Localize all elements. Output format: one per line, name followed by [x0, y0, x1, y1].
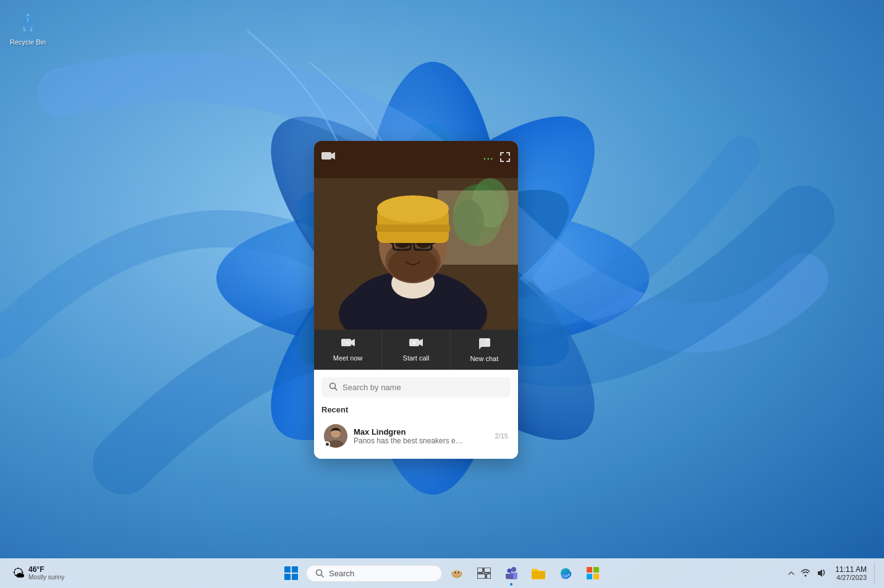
meet-now-button[interactable]: Meet now	[314, 330, 382, 370]
svg-rect-61	[587, 567, 592, 573]
recycle-bin-label: Recycle Bin	[10, 38, 46, 46]
svg-line-38	[335, 388, 338, 391]
taskbar-left: 🌤 46°F Mostly sunny	[7, 563, 69, 583]
svg-rect-62	[593, 567, 599, 573]
search-box[interactable]	[321, 377, 511, 398]
new-chat-icon	[478, 337, 490, 352]
video-camera-icon	[321, 151, 335, 165]
taskbar-search-label: Search	[329, 569, 354, 578]
contact-avatar-wrapper	[324, 424, 347, 448]
svg-rect-63	[587, 574, 592, 579]
teams-search-area: Recent Max Lindgren	[314, 370, 518, 459]
video-more-icon[interactable]: ···	[483, 151, 493, 165]
search-icon	[329, 382, 338, 393]
svg-point-53	[459, 572, 462, 575]
svg-rect-42	[292, 566, 298, 573]
weather-description: Mostly sunny	[28, 574, 64, 581]
video-overlay-controls: ···	[314, 146, 518, 170]
contact-item[interactable]: Max Lindgren Panos has the best sneakers…	[321, 420, 511, 451]
svg-point-58	[511, 567, 516, 572]
teams-popup: ··· Meet now	[314, 141, 518, 459]
svg-rect-44	[292, 574, 298, 580]
contact-name: Max Lindgren	[354, 427, 489, 437]
start-call-button[interactable]: Start call	[382, 330, 450, 370]
volume-icon[interactable]	[815, 567, 828, 580]
svg-point-59	[508, 569, 512, 573]
svg-rect-64	[593, 574, 599, 579]
taskbar: 🌤 46°F Mostly sunny Search	[0, 558, 884, 588]
show-desktop-button[interactable]	[874, 562, 877, 584]
svg-point-36	[412, 341, 415, 344]
svg-rect-55	[484, 568, 491, 573]
recycle-bin[interactable]: ♻ Recycle Bin	[7, 7, 48, 48]
contact-message: Panos has the best sneakers ever!	[354, 437, 465, 445]
video-expand-icon[interactable]	[499, 151, 511, 165]
recycle-bin-icon: ♻	[15, 10, 41, 36]
teams-active-dot	[510, 583, 512, 586]
taskbar-search-icon	[315, 569, 324, 577]
svg-point-34	[377, 195, 449, 223]
start-call-icon	[409, 338, 423, 352]
meet-now-label: Meet now	[333, 354, 363, 362]
tray-overflow-icon[interactable]	[787, 567, 796, 579]
svg-point-52	[451, 572, 455, 575]
svg-line-46	[321, 575, 324, 577]
store-button[interactable]	[580, 561, 605, 586]
weather-widget[interactable]: 🌤 46°F Mostly sunny	[7, 563, 69, 583]
meet-now-icon	[341, 338, 355, 352]
taskbar-search-bar[interactable]: Search	[306, 565, 442, 582]
svg-rect-41	[284, 566, 291, 573]
svg-point-51	[455, 573, 459, 576]
new-chat-button[interactable]: New chat	[451, 330, 518, 370]
teams-video-area: ···	[314, 141, 518, 330]
edge-button[interactable]	[553, 561, 578, 586]
system-tray	[787, 567, 828, 580]
new-chat-label: New chat	[470, 355, 498, 362]
start-call-label: Start call	[403, 354, 430, 362]
svg-rect-57	[487, 574, 491, 579]
svg-rect-60	[532, 571, 545, 579]
clock-area[interactable]: 11:11 AM 4/27/2023	[833, 564, 869, 582]
video-right-controls: ···	[483, 151, 511, 165]
teams-taskbar-button[interactable]	[499, 561, 524, 586]
taskbar-center: Search	[279, 561, 605, 586]
widgets-button[interactable]	[444, 561, 469, 586]
task-view-button[interactable]	[472, 561, 496, 586]
svg-rect-33	[376, 224, 450, 232]
weather-temperature: 46°F	[28, 566, 64, 574]
teams-action-bar: Meet now Start call New chat	[314, 330, 518, 370]
recent-label: Recent	[321, 405, 511, 414]
clock-date: 4/27/2023	[836, 574, 867, 581]
taskbar-right: 11:11 AM 4/27/2023	[787, 562, 877, 584]
svg-rect-54	[477, 568, 483, 573]
wifi-icon[interactable]	[799, 567, 812, 580]
weather-icon: 🌤	[12, 566, 25, 581]
teams-taskbar-icon-wrapper	[499, 561, 524, 586]
file-explorer-button[interactable]	[526, 561, 551, 586]
contact-info: Max Lindgren Panos has the best sneakers…	[354, 427, 489, 445]
weather-text: 46°F Mostly sunny	[28, 566, 64, 581]
svg-text:♻: ♻	[21, 13, 35, 30]
search-input[interactable]	[342, 383, 503, 392]
contact-date: 2/15	[495, 432, 508, 440]
start-button[interactable]	[279, 561, 304, 586]
online-indicator	[325, 441, 330, 447]
svg-rect-56	[477, 574, 485, 579]
clock-time: 11:11 AM	[835, 565, 867, 574]
svg-rect-43	[284, 574, 291, 580]
